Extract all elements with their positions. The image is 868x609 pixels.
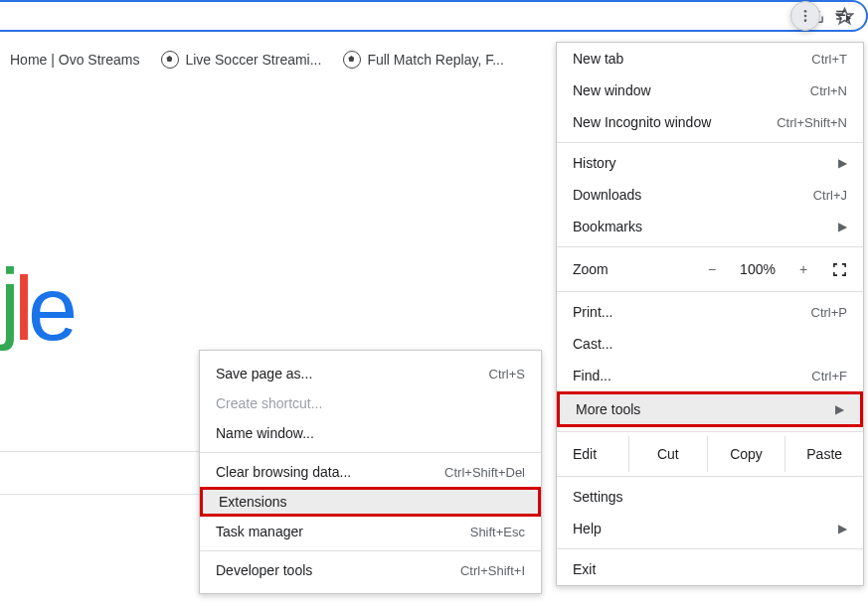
menu-new-incognito[interactable]: New Incognito window Ctrl+Shift+N (557, 106, 863, 138)
menu-separator (557, 246, 863, 247)
menu-exit[interactable]: Exit (557, 553, 863, 585)
zoom-in-button[interactable]: + (788, 261, 818, 277)
chevron-right-icon: ▶ (838, 522, 847, 535)
svg-point-4 (804, 10, 807, 13)
bookmark-item[interactable]: Home | Ovo Streams (10, 52, 139, 68)
submenu-extensions[interactable]: Extensions (200, 487, 541, 517)
svg-point-5 (804, 15, 807, 18)
menu-separator (200, 550, 541, 551)
menu-new-tab[interactable]: New tab Ctrl+T (557, 43, 863, 75)
google-logo-fragment: j l e (0, 258, 72, 361)
submenu-create-shortcut: Create shortcut... (200, 388, 541, 418)
menu-edit: Edit Cut Copy Paste (557, 436, 863, 472)
bookmark-item[interactable]: Full Match Replay, F... (343, 51, 503, 69)
soccer-ball-icon (161, 51, 179, 69)
menu-separator (557, 142, 863, 143)
menu-history[interactable]: History ▶ (557, 147, 863, 179)
menu-cast[interactable]: Cast... (557, 328, 863, 360)
submenu-clear-data[interactable]: Clear browsing data... Ctrl+Shift+Del (200, 457, 541, 487)
menu-find[interactable]: Find... Ctrl+F (557, 360, 863, 391)
zoom-out-button[interactable]: − (697, 261, 727, 277)
menu-separator (557, 431, 863, 432)
menu-new-window[interactable]: New window Ctrl+N (557, 75, 863, 106)
bookmark-item[interactable]: Live Soccer Streami... (161, 51, 321, 69)
menu-separator (557, 476, 863, 477)
chevron-right-icon: ▶ (835, 402, 844, 416)
menu-more-tools[interactable]: More tools ▶ (557, 391, 863, 427)
bookmarks-bar: Home | Ovo Streams Live Soccer Streami..… (0, 46, 504, 74)
bookmark-label: Live Soccer Streami... (185, 52, 321, 68)
svg-point-6 (804, 19, 807, 22)
menu-separator (557, 291, 863, 292)
submenu-task-manager[interactable]: Task manager Shift+Esc (200, 517, 541, 546)
bookmark-label: Home | Ovo Streams (10, 52, 139, 68)
chrome-menu-button[interactable] (790, 1, 820, 31)
menu-settings[interactable]: Settings (557, 481, 863, 513)
chevron-right-icon: ▶ (838, 220, 847, 233)
edit-cut[interactable]: Cut (628, 436, 707, 472)
menu-zoom: Zoom − 100% + (557, 251, 863, 287)
submenu-save-page[interactable]: Save page as... Ctrl+S (200, 359, 541, 388)
more-tools-submenu: Save page as... Ctrl+S Create shortcut..… (199, 350, 542, 594)
menu-downloads[interactable]: Downloads Ctrl+J (557, 179, 863, 211)
zoom-level: 100% (733, 261, 782, 277)
menu-separator (557, 548, 863, 549)
chrome-main-menu: New tab Ctrl+T New window Ctrl+N New Inc… (556, 42, 864, 586)
edit-copy[interactable]: Copy (707, 436, 785, 472)
submenu-name-window[interactable]: Name window... (200, 418, 541, 448)
edit-paste[interactable]: Paste (784, 436, 863, 472)
soccer-ball-icon (343, 51, 361, 69)
search-box-fragment[interactable] (0, 451, 199, 495)
submenu-dev-tools[interactable]: Developer tools Ctrl+Shift+I (200, 555, 541, 585)
menu-print[interactable]: Print... Ctrl+P (557, 296, 863, 328)
fullscreen-icon[interactable] (832, 262, 847, 277)
menu-help[interactable]: Help ▶ (557, 513, 863, 544)
address-bar[interactable] (0, 0, 868, 32)
toolbar-right (784, 0, 868, 32)
chevron-right-icon: ▶ (838, 156, 847, 170)
menu-bookmarks[interactable]: Bookmarks ▶ (557, 211, 863, 242)
reading-list-icon[interactable] (828, 1, 858, 31)
menu-separator (200, 452, 541, 453)
bookmark-label: Full Match Replay, F... (367, 52, 503, 68)
